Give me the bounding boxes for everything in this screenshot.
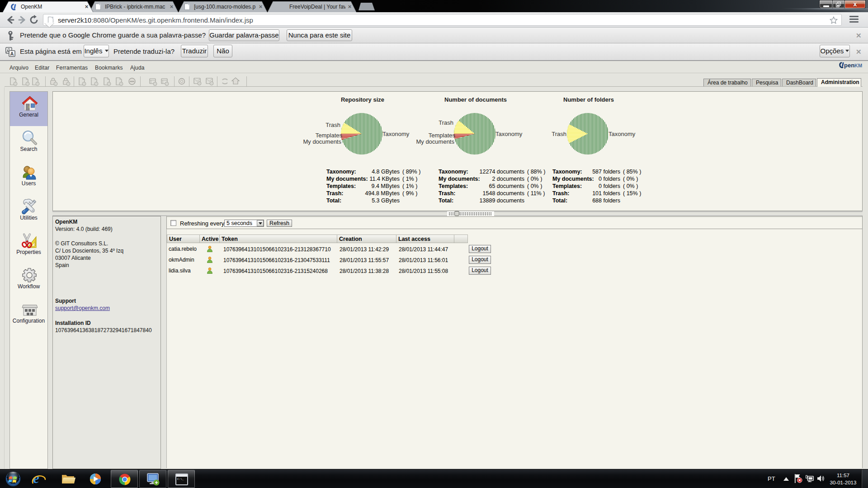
svg-text:KM: KM	[854, 63, 862, 68]
svg-text:C:\_: C:\_	[177, 478, 184, 481]
svg-text:A: A	[10, 51, 14, 56]
svg-text:pen: pen	[844, 62, 854, 69]
